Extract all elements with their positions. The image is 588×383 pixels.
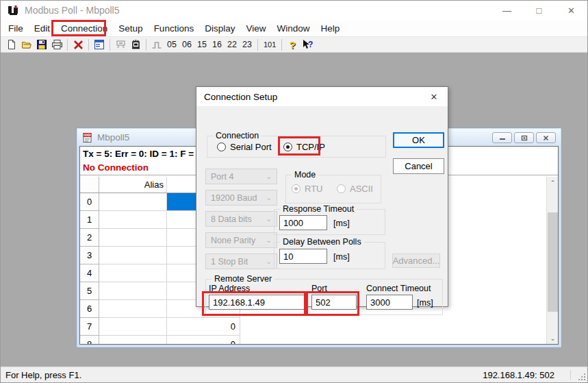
display-setup-icon[interactable] (92, 37, 107, 52)
doc-restore-button[interactable] (514, 132, 534, 143)
minimize-button[interactable]: — (491, 1, 523, 20)
doc-close-button[interactable] (536, 132, 556, 143)
response-timeout-input[interactable]: 1000 (279, 215, 327, 230)
alias-cell[interactable] (99, 211, 167, 229)
value-cell[interactable]: 0 (167, 318, 240, 336)
status-bar: For Help, press F1. 192.168.1.49: 502 (1, 367, 587, 382)
port-input[interactable]: 502 (311, 295, 357, 310)
serial-port-radio[interactable]: Serial Port (217, 142, 272, 152)
context-help-icon[interactable]: ? (300, 37, 315, 52)
connect-timeout-unit: [ms] (417, 298, 433, 308)
connect-timeout-label: Connect Timeout (366, 284, 431, 293)
row-header[interactable]: 3 (80, 247, 99, 264)
modbus-poll-window: Modbus Poll - Mbpoll5 — □ ✕ File Edit Co… (0, 0, 588, 383)
scroll-down-icon[interactable]: ⌄ (547, 332, 559, 344)
row-header[interactable]: 6 (80, 300, 99, 318)
response-timeout-groupbox: Response Timeout 1000 [ms] (274, 209, 385, 235)
menu-window[interactable]: Window (271, 21, 315, 36)
row-header[interactable]: 4 (80, 264, 99, 282)
menu-connection[interactable]: Connection (55, 21, 113, 36)
resize-grip-icon[interactable] (577, 372, 586, 381)
port-label: Port (311, 284, 327, 293)
menu-setup[interactable]: Setup (113, 21, 148, 36)
title-bar: Modbus Poll - Mbpoll5 — □ ✕ (1, 1, 587, 20)
menu-functions[interactable]: Functions (149, 21, 200, 36)
function-101-button[interactable]: 101 (261, 37, 279, 52)
toolbar-separator (146, 39, 146, 51)
row-header[interactable]: 2 (80, 229, 99, 247)
print-icon[interactable] (49, 37, 64, 52)
save-icon[interactable] (34, 37, 49, 52)
dialog-title-bar[interactable]: Connection Setup ✕ (196, 87, 448, 106)
baud-rate-select[interactable]: 19200 Baud⌄ (205, 190, 277, 206)
serial-port-select[interactable]: Port 4⌄ (205, 169, 277, 184)
rtu-radio[interactable]: RTU (292, 184, 322, 194)
chevron-down-icon: ⌄ (266, 173, 272, 180)
menu-view[interactable]: View (240, 21, 271, 36)
function-15-button[interactable]: 15 (194, 37, 209, 52)
doc-icon: DOC (82, 132, 93, 143)
row-header[interactable]: 7 (80, 318, 99, 336)
alias-cell[interactable] (99, 282, 167, 300)
alias-column-header[interactable]: Alias (99, 177, 167, 193)
ok-button[interactable]: OK (393, 132, 444, 148)
chevron-down-icon: ⌄ (266, 194, 272, 201)
ip-address-input[interactable]: 192.168.1.49 (209, 295, 305, 310)
ascii-radio[interactable]: ASCII (337, 184, 373, 194)
svg-text:?: ? (308, 40, 313, 49)
alias-cell[interactable] (99, 247, 167, 264)
scrollbar-thumb[interactable] (548, 212, 558, 312)
vertical-scrollbar[interactable]: ⌃ ⌄ (546, 177, 558, 344)
serial-port-label: Serial Port (230, 142, 272, 152)
dialog-title: Connection Setup (204, 92, 277, 102)
scroll-up-icon[interactable]: ⌃ (547, 177, 559, 188)
function-16-button[interactable]: 16 (209, 37, 225, 52)
disconnect-icon[interactable] (71, 37, 86, 52)
data-bits-select[interactable]: 8 Data bits⌄ (205, 211, 277, 227)
value-cell[interactable]: 0 (167, 336, 240, 344)
row-header[interactable]: 5 (80, 282, 99, 300)
maximize-button[interactable]: □ (523, 1, 555, 20)
poll-definition-disabled-icon[interactable] (113, 37, 128, 52)
menu-file[interactable]: File (3, 21, 29, 36)
help-icon[interactable]: ? (285, 37, 300, 52)
single-poll-icon[interactable] (149, 37, 164, 52)
function-22-button[interactable]: 22 (225, 37, 240, 52)
baud-rate-value: 19200 Baud (211, 193, 257, 203)
alias-cell[interactable] (99, 336, 167, 344)
row-header[interactable]: 8 (80, 336, 99, 344)
function-23-button[interactable]: 23 (240, 37, 255, 52)
alias-cell[interactable] (99, 318, 167, 336)
table-row: 7 0 (80, 318, 546, 336)
stop-bit-select[interactable]: 1 Stop Bit⌄ (205, 254, 277, 269)
close-button[interactable]: ✕ (555, 1, 587, 20)
doc-minimize-button[interactable] (492, 132, 512, 143)
corner-header-cell (80, 177, 99, 193)
alias-cell[interactable] (99, 300, 167, 318)
alias-cell[interactable] (99, 193, 167, 211)
menu-help[interactable]: Help (315, 21, 345, 36)
menu-bar: File Edit Connection Setup Functions Dis… (1, 20, 587, 36)
remote-server-groupbox: Remote Server IP Address 192.168.1.49 Po… (205, 279, 443, 315)
advanced-button[interactable]: Advanced... (392, 254, 440, 268)
alias-cell[interactable] (99, 264, 167, 282)
tcpip-label: TCP/IP (296, 142, 325, 152)
connect-timeout-input[interactable]: 3000 (366, 295, 413, 310)
function-06-button[interactable]: 06 (179, 37, 194, 52)
delay-input[interactable]: 10 (279, 249, 327, 264)
mode-groupbox: Mode RTU ASCII (285, 175, 381, 203)
new-file-icon[interactable] (4, 37, 19, 52)
radio-circle-icon (337, 184, 346, 193)
menu-display[interactable]: Display (199, 21, 240, 36)
row-header[interactable]: 1 (80, 211, 99, 229)
open-file-icon[interactable] (19, 37, 34, 52)
alias-cell[interactable] (99, 229, 167, 247)
row-header[interactable]: 0 (80, 193, 99, 211)
tcpip-radio[interactable]: TCP/IP (283, 142, 325, 152)
menu-edit[interactable]: Edit (29, 21, 55, 36)
poll-once-icon[interactable] (128, 37, 143, 52)
dialog-close-icon[interactable]: ✕ (420, 87, 448, 106)
cancel-button[interactable]: Cancel (393, 158, 444, 174)
function-05-button[interactable]: 05 (164, 37, 179, 52)
parity-select[interactable]: None Parity⌄ (205, 232, 277, 248)
